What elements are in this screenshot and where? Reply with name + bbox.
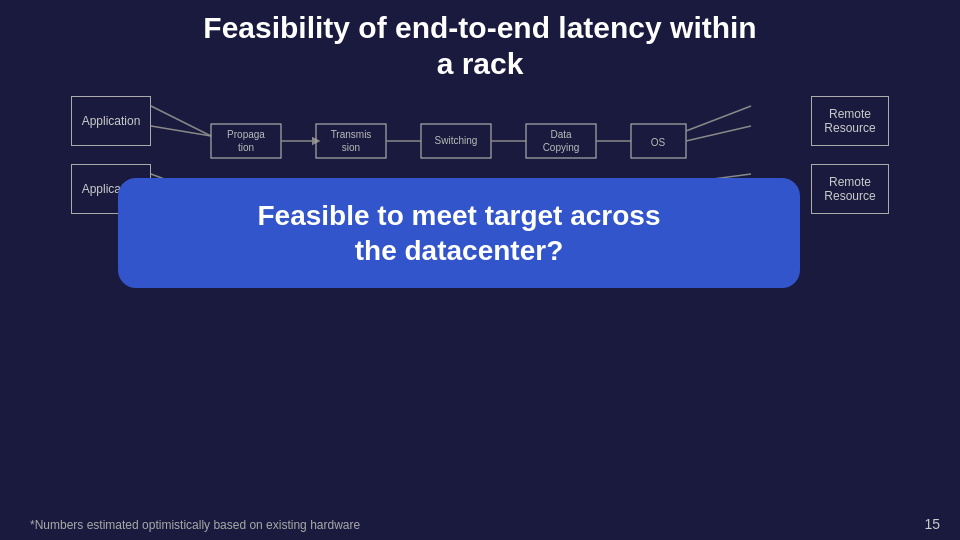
- svg-line-19: [686, 106, 751, 131]
- svg-text:sion: sion: [342, 142, 360, 153]
- svg-text:Copying: Copying: [543, 142, 580, 153]
- top-application-label: Application: [82, 114, 141, 128]
- page-number-text: 15: [924, 516, 940, 532]
- overlay-line1: Feasible to meet target across: [257, 198, 660, 233]
- top-remote-resource-label: Remote Resource: [824, 107, 875, 136]
- page-number: 15: [924, 516, 940, 532]
- slide-title: Feasibility of end-to-end latency within…: [0, 0, 960, 90]
- svg-text:Switching: Switching: [435, 135, 478, 146]
- diagram-area: Application Propaga tion Transmis sion: [0, 90, 960, 450]
- top-application-box: Application: [71, 96, 151, 146]
- overlay-text: Feasible to meet target across the datac…: [257, 198, 660, 268]
- bottom-remote-resource-box: Remote Resource: [811, 164, 889, 214]
- top-row-connectors: Propaga tion Transmis sion Switching Dat…: [151, 96, 811, 146]
- svg-text:tion: tion: [238, 142, 254, 153]
- slide: Feasibility of end-to-end latency within…: [0, 0, 960, 540]
- svg-text:Transmis: Transmis: [331, 129, 372, 140]
- top-remote-resource-box: Remote Resource: [811, 96, 889, 146]
- footnote: *Numbers estimated optimistically based …: [30, 518, 360, 532]
- bottom-remote-resource-label: Remote Resource: [824, 175, 875, 204]
- top-row: Application Propaga tion Transmis sion: [20, 90, 940, 150]
- svg-text:Propaga: Propaga: [227, 129, 265, 140]
- svg-text:Data: Data: [550, 129, 572, 140]
- blue-overlay-box: Feasible to meet target across the datac…: [118, 178, 800, 288]
- overlay-line2: the datacenter?: [257, 233, 660, 268]
- title-text: Feasibility of end-to-end latency within…: [203, 11, 756, 80]
- svg-text:OS: OS: [651, 137, 666, 148]
- svg-line-20: [686, 126, 751, 141]
- footnote-text: *Numbers estimated optimistically based …: [30, 518, 360, 532]
